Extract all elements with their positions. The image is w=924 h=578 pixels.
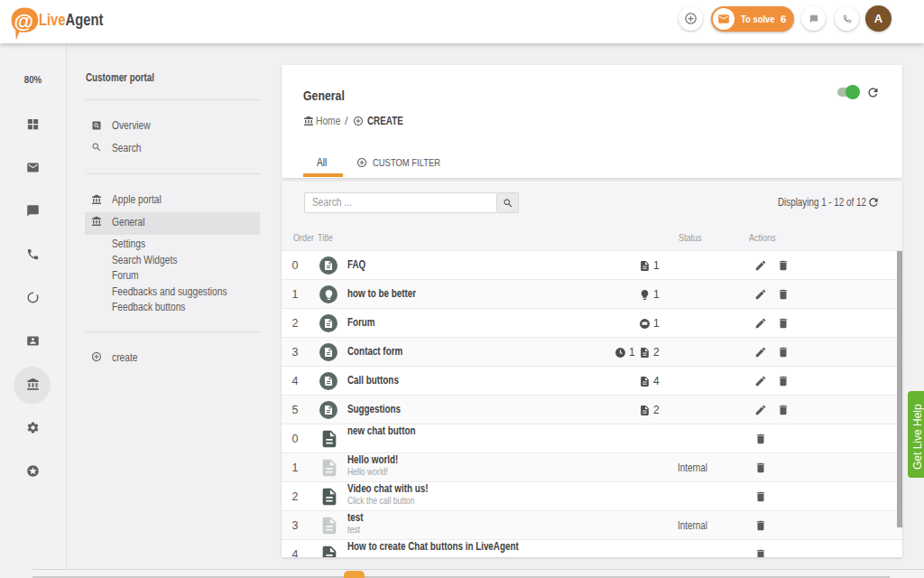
svg-text:@: @ bbox=[14, 10, 33, 33]
